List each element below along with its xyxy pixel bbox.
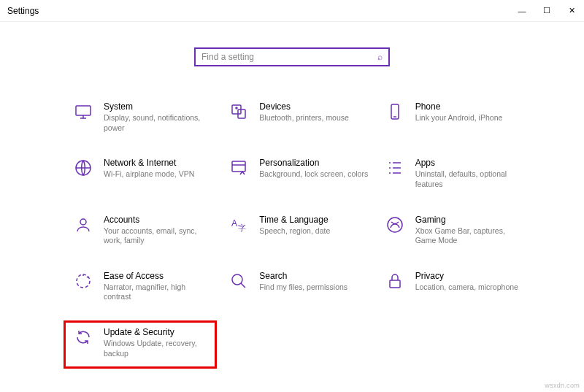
maximize-button[interactable]: ☐ xyxy=(534,0,559,21)
tile-phone[interactable]: Phone Link your Android, iPhone xyxy=(385,101,526,133)
tile-subtitle: Narrator, magnifier, high contrast xyxy=(104,283,213,302)
tile-update-security[interactable]: Update & Security Windows Update, recove… xyxy=(73,327,214,358)
tile-title: Network & Internet xyxy=(104,158,194,168)
tile-subtitle: Find my files, permissions xyxy=(259,283,347,293)
search-input[interactable] xyxy=(201,52,377,62)
gaming-icon xyxy=(385,215,405,235)
tile-title: Apps xyxy=(415,158,525,168)
svg-point-3 xyxy=(236,107,237,109)
tile-title: Update & Security xyxy=(104,327,213,337)
watermark: wsxdn.com xyxy=(545,382,580,389)
tile-subtitle: Link your Android, iPhone xyxy=(415,113,503,123)
person-icon xyxy=(73,215,93,235)
tile-network[interactable]: Network & Internet Wi-Fi, airplane mode,… xyxy=(73,158,214,189)
tile-title: Time & Language xyxy=(259,215,330,225)
svg-rect-7 xyxy=(232,161,245,172)
tile-title: Phone xyxy=(415,101,503,112)
globe-icon xyxy=(73,158,93,178)
settings-grid: System Display, sound, notifications, po… xyxy=(73,101,526,358)
tile-devices[interactable]: Devices Bluetooth, printers, mouse xyxy=(228,101,369,133)
svg-rect-0 xyxy=(76,106,91,115)
titlebar: Settings — ☐ ✕ xyxy=(0,0,584,22)
sync-icon xyxy=(73,327,93,347)
apps-icon xyxy=(385,158,405,178)
tile-gaming[interactable]: Gaming Xbox Game Bar, captures, Game Mod… xyxy=(385,215,526,246)
tile-subtitle: Display, sound, notifications, power xyxy=(104,113,213,133)
svg-rect-21 xyxy=(390,280,400,288)
magnifier-icon xyxy=(228,271,249,291)
svg-point-19 xyxy=(232,274,242,285)
svg-line-20 xyxy=(241,283,245,288)
tile-accounts[interactable]: Accounts Your accounts, email, sync, wor… xyxy=(73,215,214,246)
tile-title: Personalization xyxy=(259,158,368,168)
language-icon: A字 xyxy=(228,215,249,235)
tile-apps[interactable]: Apps Uninstall, defaults, optional featu… xyxy=(385,158,526,189)
tile-subtitle: Windows Update, recovery, backup xyxy=(104,339,213,358)
tile-subtitle: Bluetooth, printers, mouse xyxy=(259,113,349,123)
tile-title: Gaming xyxy=(415,215,525,225)
window-controls: — ☐ ✕ xyxy=(510,0,584,21)
search-box[interactable]: ⌕ xyxy=(194,47,390,66)
tile-title: Search xyxy=(259,271,347,281)
tile-ease-of-access[interactable]: Ease of Access Narrator, magnifier, high… xyxy=(73,271,214,302)
search-container: ⌕ xyxy=(0,47,584,66)
tile-time-language[interactable]: A字 Time & Language Speech, region, date xyxy=(228,215,369,246)
svg-point-14 xyxy=(80,219,86,225)
search-icon: ⌕ xyxy=(377,52,383,62)
tile-title: Ease of Access xyxy=(104,271,213,281)
lock-icon xyxy=(385,271,405,291)
devices-icon xyxy=(228,101,249,122)
accessibility-icon xyxy=(73,271,93,291)
paint-icon xyxy=(228,158,249,178)
tile-subtitle: Xbox Game Bar, captures, Game Mode xyxy=(415,226,525,246)
tile-system[interactable]: System Display, sound, notifications, po… xyxy=(73,101,214,133)
tile-personalization[interactable]: Personalization Background, lock screen,… xyxy=(228,158,369,189)
tile-subtitle: Wi-Fi, airplane mode, VPN xyxy=(104,169,194,180)
tile-subtitle: Uninstall, defaults, optional features xyxy=(415,169,525,189)
tile-title: Privacy xyxy=(415,271,518,281)
minimize-button[interactable]: — xyxy=(510,0,534,21)
phone-icon xyxy=(385,101,405,122)
tile-subtitle: Background, lock screen, colors xyxy=(259,169,368,180)
window-title: Settings xyxy=(7,6,39,16)
tile-subtitle: Location, camera, microphone xyxy=(415,283,518,293)
monitor-icon xyxy=(73,101,93,122)
svg-point-17 xyxy=(388,218,402,232)
tile-subtitle: Speech, region, date xyxy=(259,226,330,237)
close-button[interactable]: ✕ xyxy=(559,0,584,21)
tile-title: System xyxy=(104,101,213,112)
svg-text:A: A xyxy=(231,218,237,228)
tile-title: Accounts xyxy=(104,215,213,225)
tile-title: Devices xyxy=(259,101,349,112)
tile-privacy[interactable]: Privacy Location, camera, microphone xyxy=(385,271,526,302)
tile-search[interactable]: Search Find my files, permissions xyxy=(228,271,369,302)
tile-subtitle: Your accounts, email, sync, work, family xyxy=(104,226,213,246)
svg-text:字: 字 xyxy=(238,223,246,232)
